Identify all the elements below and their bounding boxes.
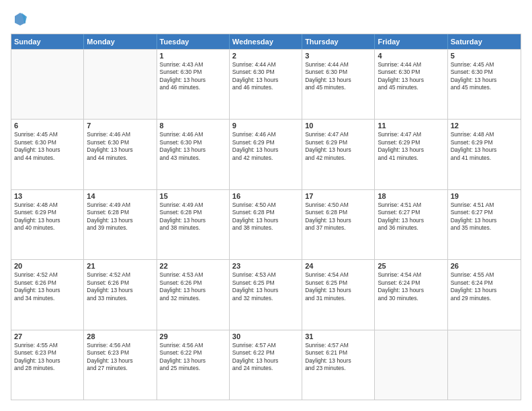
calendar-cell-16: 16Sunrise: 4:50 AMSunset: 6:28 PMDayligh… xyxy=(230,190,302,259)
day-number: 3 xyxy=(305,52,371,60)
cell-line: and 42 minutes. xyxy=(232,154,299,162)
cell-line: and 32 minutes. xyxy=(232,295,299,302)
cell-line: Sunrise: 4:46 AM xyxy=(160,131,226,138)
cell-line: Daylight: 13 hours xyxy=(378,287,444,294)
cell-line: Sunrise: 4:51 AM xyxy=(378,201,444,209)
day-number: 31 xyxy=(305,332,371,340)
calendar-cell-28: 28Sunrise: 4:56 AMSunset: 6:23 PMDayligh… xyxy=(84,330,157,400)
cell-line: Sunset: 6:30 PM xyxy=(160,68,226,76)
day-number: 7 xyxy=(87,122,153,130)
cell-line: Daylight: 13 hours xyxy=(451,146,518,154)
cell-line: Daylight: 13 hours xyxy=(87,287,153,294)
day-number: 29 xyxy=(160,332,226,340)
calendar-cell-20: 20Sunrise: 4:52 AMSunset: 6:26 PMDayligh… xyxy=(11,260,84,329)
day-number: 15 xyxy=(160,192,226,200)
cell-line: Daylight: 13 hours xyxy=(160,357,226,365)
cell-line: and 43 minutes. xyxy=(160,154,226,162)
cell-line: Sunset: 6:29 PM xyxy=(378,139,444,146)
calendar-cell-2: 2Sunrise: 4:44 AMSunset: 6:30 PMDaylight… xyxy=(230,50,302,119)
calendar-cell-4: 4Sunrise: 4:44 AMSunset: 6:30 PMDaylight… xyxy=(375,50,447,119)
day-number: 11 xyxy=(378,122,444,130)
cell-line: Sunset: 6:21 PM xyxy=(305,349,371,357)
header-cell-monday: Monday xyxy=(84,34,157,49)
day-number: 28 xyxy=(87,332,153,340)
cell-line: and 38 minutes. xyxy=(232,224,299,232)
cell-line: Daylight: 13 hours xyxy=(451,287,518,294)
cell-line: and 44 minutes. xyxy=(87,154,153,162)
cell-line: Sunset: 6:30 PM xyxy=(87,139,153,146)
cell-line: Daylight: 13 hours xyxy=(14,287,81,294)
header-cell-wednesday: Wednesday xyxy=(230,34,302,49)
cell-line: and 29 minutes. xyxy=(451,295,518,302)
cell-line: Daylight: 13 hours xyxy=(378,77,444,84)
cell-line: Sunrise: 4:51 AM xyxy=(451,201,518,209)
day-number: 8 xyxy=(160,122,226,130)
cell-line: Sunset: 6:27 PM xyxy=(378,209,444,216)
cell-line: Sunrise: 4:53 AM xyxy=(160,271,226,279)
cell-line: Daylight: 13 hours xyxy=(232,357,299,365)
cell-line: and 30 minutes. xyxy=(378,295,444,302)
cell-line: Sunrise: 4:48 AM xyxy=(14,201,81,209)
day-number: 24 xyxy=(305,262,371,270)
cell-line: Daylight: 13 hours xyxy=(305,217,371,224)
day-number: 13 xyxy=(14,192,81,200)
cell-line: and 31 minutes. xyxy=(305,295,371,302)
cell-line: Sunrise: 4:52 AM xyxy=(87,271,153,279)
calendar-cell-8: 8Sunrise: 4:46 AMSunset: 6:30 PMDaylight… xyxy=(157,120,230,189)
calendar-cell-14: 14Sunrise: 4:49 AMSunset: 6:28 PMDayligh… xyxy=(84,190,157,259)
cell-line: Sunrise: 4:52 AM xyxy=(14,271,81,279)
cell-line: Sunrise: 4:50 AM xyxy=(305,201,371,209)
day-number: 30 xyxy=(232,332,299,340)
cell-line: Sunset: 6:23 PM xyxy=(87,349,153,357)
cell-line: Sunrise: 4:47 AM xyxy=(378,131,444,138)
cell-line: Daylight: 13 hours xyxy=(305,357,371,365)
cell-line: Sunset: 6:28 PM xyxy=(232,209,299,216)
cell-line: Sunrise: 4:46 AM xyxy=(232,131,299,138)
cell-line: Sunrise: 4:45 AM xyxy=(14,131,81,138)
cell-line: Sunset: 6:26 PM xyxy=(160,279,226,287)
calendar-cell-10: 10Sunrise: 4:47 AMSunset: 6:29 PMDayligh… xyxy=(302,120,375,189)
day-number: 20 xyxy=(14,262,81,270)
cell-line: Sunset: 6:22 PM xyxy=(232,349,299,357)
cell-line: and 33 minutes. xyxy=(87,295,153,302)
day-number: 4 xyxy=(378,52,444,60)
page: SundayMondayTuesdayWednesdayThursdayFrid… xyxy=(0,0,532,411)
calendar-cell-13: 13Sunrise: 4:48 AMSunset: 6:29 PMDayligh… xyxy=(11,190,84,259)
calendar-cell-3: 3Sunrise: 4:44 AMSunset: 6:30 PMDaylight… xyxy=(302,50,375,119)
day-number: 18 xyxy=(378,192,444,200)
header-cell-tuesday: Tuesday xyxy=(157,34,230,49)
header-cell-friday: Friday xyxy=(375,34,447,49)
cell-line: Sunset: 6:30 PM xyxy=(378,68,444,76)
cell-line: Sunrise: 4:54 AM xyxy=(305,271,371,279)
cell-line: and 45 minutes. xyxy=(305,84,371,91)
cell-line: Sunset: 6:26 PM xyxy=(14,279,81,287)
calendar-row-2: 13Sunrise: 4:48 AMSunset: 6:29 PMDayligh… xyxy=(11,189,521,259)
day-number: 6 xyxy=(14,122,81,130)
cell-line: Sunset: 6:29 PM xyxy=(232,139,299,146)
cell-line: Sunrise: 4:57 AM xyxy=(232,342,299,349)
cell-line: and 28 minutes. xyxy=(14,365,81,372)
cell-line: Sunset: 6:24 PM xyxy=(378,279,444,287)
cell-line: Daylight: 13 hours xyxy=(305,146,371,154)
day-number: 1 xyxy=(160,52,226,60)
cell-line: Daylight: 13 hours xyxy=(14,146,81,154)
calendar-cell-15: 15Sunrise: 4:49 AMSunset: 6:28 PMDayligh… xyxy=(157,190,230,259)
cell-line: Sunrise: 4:49 AM xyxy=(160,201,226,209)
cell-line: Sunrise: 4:44 AM xyxy=(378,61,444,68)
calendar-cell-18: 18Sunrise: 4:51 AMSunset: 6:27 PMDayligh… xyxy=(375,190,447,259)
cell-line: Sunrise: 4:55 AM xyxy=(14,342,81,349)
cell-line: Daylight: 13 hours xyxy=(451,77,518,84)
cell-line: and 27 minutes. xyxy=(87,365,153,372)
calendar-row-4: 27Sunrise: 4:55 AMSunset: 6:23 PMDayligh… xyxy=(11,330,521,400)
day-number: 14 xyxy=(87,192,153,200)
cell-line: Daylight: 13 hours xyxy=(160,287,226,294)
cell-line: Daylight: 13 hours xyxy=(87,146,153,154)
calendar-cell-empty-0-1 xyxy=(84,50,157,119)
cell-line: and 25 minutes. xyxy=(160,365,226,372)
day-number: 2 xyxy=(232,52,299,60)
cell-line: Daylight: 13 hours xyxy=(232,217,299,224)
cell-line: Sunrise: 4:50 AM xyxy=(232,201,299,209)
calendar-cell-5: 5Sunrise: 4:45 AMSunset: 6:30 PMDaylight… xyxy=(448,50,521,119)
cell-line: Sunrise: 4:46 AM xyxy=(87,131,153,138)
cell-line: and 42 minutes. xyxy=(305,154,371,162)
